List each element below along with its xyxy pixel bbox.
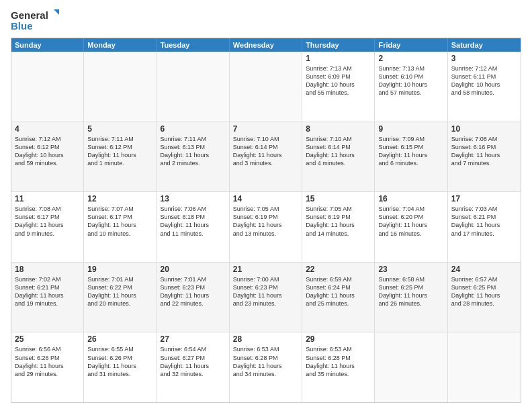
- day-info: Sunrise: 7:13 AM Sunset: 6:09 PM Dayligh…: [306, 64, 371, 97]
- day-number: 29: [306, 334, 371, 344]
- weekday-header: Thursday: [302, 38, 375, 52]
- day-info: Sunrise: 7:02 AM Sunset: 6:21 PM Dayligh…: [15, 275, 80, 308]
- day-number: 12: [87, 194, 152, 203]
- day-number: 17: [451, 194, 517, 203]
- calendar-day-cell: 27Sunrise: 6:54 AM Sunset: 6:27 PM Dayli…: [157, 332, 230, 402]
- day-number: 1: [306, 54, 371, 63]
- calendar-day-cell: 19Sunrise: 7:01 AM Sunset: 6:22 PM Dayli…: [84, 263, 157, 332]
- calendar-day-cell: 14Sunrise: 7:05 AM Sunset: 6:19 PM Dayli…: [230, 192, 302, 262]
- day-info: Sunrise: 6:59 AM Sunset: 6:24 PM Dayligh…: [306, 275, 371, 308]
- calendar-row: 18Sunrise: 7:02 AM Sunset: 6:21 PM Dayli…: [11, 263, 521, 333]
- header: GeneralBlue: [11, 8, 521, 32]
- calendar-day-cell: 2Sunrise: 7:13 AM Sunset: 6:10 PM Daylig…: [375, 52, 447, 122]
- calendar-empty-cell: [375, 332, 447, 402]
- calendar-day-cell: 20Sunrise: 7:01 AM Sunset: 6:23 PM Dayli…: [157, 263, 230, 332]
- day-info: Sunrise: 7:08 AM Sunset: 6:16 PM Dayligh…: [451, 135, 517, 168]
- day-info: Sunrise: 7:01 AM Sunset: 6:22 PM Dayligh…: [87, 275, 152, 308]
- day-number: 19: [87, 265, 152, 274]
- calendar-empty-cell: [230, 52, 302, 122]
- day-info: Sunrise: 7:10 AM Sunset: 6:14 PM Dayligh…: [306, 135, 371, 168]
- calendar-body: 1Sunrise: 7:13 AM Sunset: 6:09 PM Daylig…: [11, 52, 521, 402]
- calendar-day-cell: 1Sunrise: 7:13 AM Sunset: 6:09 PM Daylig…: [302, 52, 375, 122]
- day-number: 5: [87, 124, 152, 134]
- calendar-day-cell: 15Sunrise: 7:05 AM Sunset: 6:19 PM Dayli…: [302, 192, 375, 262]
- calendar-day-cell: 6Sunrise: 7:11 AM Sunset: 6:13 PM Daylig…: [157, 122, 230, 192]
- calendar: SundayMondayTuesdayWednesdayThursdayFrid…: [11, 38, 521, 403]
- weekday-header: Monday: [84, 38, 157, 52]
- calendar-day-cell: 17Sunrise: 7:03 AM Sunset: 6:21 PM Dayli…: [448, 192, 521, 262]
- weekday-header: Sunday: [11, 38, 84, 52]
- calendar-empty-cell: [448, 332, 521, 402]
- day-number: 2: [378, 54, 443, 63]
- calendar-day-cell: 13Sunrise: 7:06 AM Sunset: 6:18 PM Dayli…: [157, 192, 230, 262]
- day-number: 28: [233, 334, 298, 344]
- day-number: 27: [161, 334, 226, 344]
- calendar-day-cell: 7Sunrise: 7:10 AM Sunset: 6:14 PM Daylig…: [230, 122, 302, 192]
- page: GeneralBlue SundayMondayTuesdayWednesday…: [0, 0, 532, 411]
- calendar-day-cell: 22Sunrise: 6:59 AM Sunset: 6:24 PM Dayli…: [302, 263, 375, 332]
- logo: GeneralBlue: [11, 8, 64, 32]
- day-info: Sunrise: 7:05 AM Sunset: 6:19 PM Dayligh…: [306, 205, 371, 238]
- calendar-day-cell: 11Sunrise: 7:08 AM Sunset: 6:17 PM Dayli…: [11, 192, 84, 262]
- svg-text:Blue: Blue: [11, 20, 33, 32]
- calendar-day-cell: 25Sunrise: 6:56 AM Sunset: 6:26 PM Dayli…: [11, 332, 84, 402]
- day-number: 22: [306, 265, 371, 274]
- calendar-row: 25Sunrise: 6:56 AM Sunset: 6:26 PM Dayli…: [11, 332, 521, 402]
- calendar-day-cell: 18Sunrise: 7:02 AM Sunset: 6:21 PM Dayli…: [11, 263, 84, 332]
- day-number: 9: [378, 124, 443, 134]
- day-info: Sunrise: 6:55 AM Sunset: 6:26 PM Dayligh…: [87, 345, 152, 378]
- svg-marker-2: [54, 9, 59, 15]
- day-info: Sunrise: 7:12 AM Sunset: 6:12 PM Dayligh…: [15, 135, 80, 168]
- calendar-day-cell: 4Sunrise: 7:12 AM Sunset: 6:12 PM Daylig…: [11, 122, 84, 192]
- day-info: Sunrise: 6:58 AM Sunset: 6:25 PM Dayligh…: [378, 275, 443, 308]
- calendar-day-cell: 9Sunrise: 7:09 AM Sunset: 6:15 PM Daylig…: [375, 122, 447, 192]
- calendar-day-cell: 23Sunrise: 6:58 AM Sunset: 6:25 PM Dayli…: [375, 263, 447, 332]
- weekday-header: Tuesday: [157, 38, 230, 52]
- day-number: 4: [15, 124, 80, 134]
- calendar-header: SundayMondayTuesdayWednesdayThursdayFrid…: [11, 38, 521, 52]
- day-number: 18: [15, 265, 80, 274]
- day-number: 10: [451, 124, 517, 134]
- day-info: Sunrise: 7:03 AM Sunset: 6:21 PM Dayligh…: [451, 205, 517, 238]
- calendar-day-cell: 24Sunrise: 6:57 AM Sunset: 6:25 PM Dayli…: [448, 263, 521, 332]
- day-number: 23: [378, 265, 443, 274]
- logo-svg: GeneralBlue: [11, 8, 64, 32]
- weekday-header: Friday: [375, 38, 447, 52]
- day-number: 3: [451, 54, 517, 63]
- day-info: Sunrise: 7:04 AM Sunset: 6:20 PM Dayligh…: [378, 205, 443, 238]
- calendar-day-cell: 3Sunrise: 7:12 AM Sunset: 6:11 PM Daylig…: [448, 52, 521, 122]
- day-info: Sunrise: 7:10 AM Sunset: 6:14 PM Dayligh…: [233, 135, 298, 168]
- day-number: 6: [161, 124, 226, 134]
- day-number: 20: [161, 265, 226, 274]
- day-info: Sunrise: 7:13 AM Sunset: 6:10 PM Dayligh…: [378, 64, 443, 97]
- svg-text:General: General: [11, 9, 48, 21]
- day-info: Sunrise: 7:01 AM Sunset: 6:23 PM Dayligh…: [161, 275, 226, 308]
- day-number: 16: [378, 194, 443, 203]
- day-number: 21: [233, 265, 298, 274]
- calendar-row: 1Sunrise: 7:13 AM Sunset: 6:09 PM Daylig…: [11, 52, 521, 122]
- weekday-header: Saturday: [448, 38, 521, 52]
- day-info: Sunrise: 6:54 AM Sunset: 6:27 PM Dayligh…: [161, 345, 226, 378]
- day-number: 14: [233, 194, 298, 203]
- day-info: Sunrise: 6:53 AM Sunset: 6:28 PM Dayligh…: [233, 345, 298, 378]
- day-number: 13: [161, 194, 226, 203]
- day-number: 7: [233, 124, 298, 134]
- calendar-day-cell: 29Sunrise: 6:53 AM Sunset: 6:28 PM Dayli…: [302, 332, 375, 402]
- day-number: 8: [306, 124, 371, 134]
- day-number: 25: [15, 334, 80, 344]
- day-number: 26: [87, 334, 152, 344]
- day-info: Sunrise: 7:09 AM Sunset: 6:15 PM Dayligh…: [378, 135, 443, 168]
- day-info: Sunrise: 7:08 AM Sunset: 6:17 PM Dayligh…: [15, 205, 80, 238]
- calendar-row: 11Sunrise: 7:08 AM Sunset: 6:17 PM Dayli…: [11, 192, 521, 263]
- calendar-day-cell: 16Sunrise: 7:04 AM Sunset: 6:20 PM Dayli…: [375, 192, 447, 262]
- calendar-day-cell: 26Sunrise: 6:55 AM Sunset: 6:26 PM Dayli…: [84, 332, 157, 402]
- day-number: 11: [15, 194, 80, 203]
- calendar-day-cell: 10Sunrise: 7:08 AM Sunset: 6:16 PM Dayli…: [448, 122, 521, 192]
- weekday-header: Wednesday: [230, 38, 302, 52]
- day-info: Sunrise: 7:12 AM Sunset: 6:11 PM Dayligh…: [451, 64, 517, 97]
- calendar-empty-cell: [11, 52, 84, 122]
- day-number: 24: [451, 265, 517, 274]
- calendar-empty-cell: [157, 52, 230, 122]
- day-info: Sunrise: 6:57 AM Sunset: 6:25 PM Dayligh…: [451, 275, 517, 308]
- calendar-row: 4Sunrise: 7:12 AM Sunset: 6:12 PM Daylig…: [11, 122, 521, 193]
